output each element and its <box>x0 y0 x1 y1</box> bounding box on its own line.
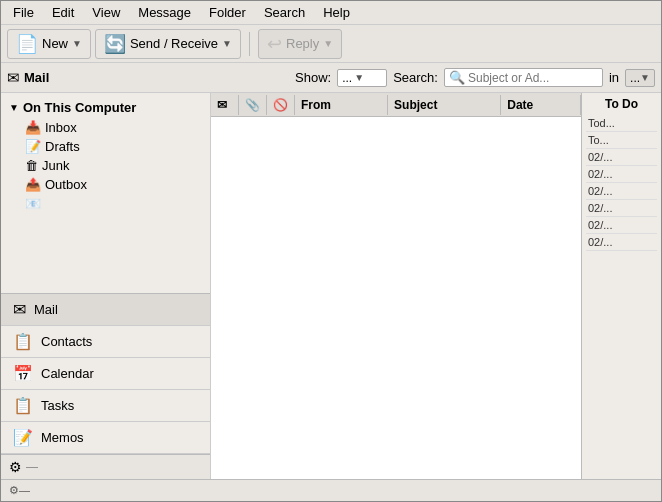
tree-item-outbox[interactable]: 📤 Outbox <box>1 175 210 194</box>
th-date[interactable]: Date <box>501 95 581 115</box>
nav-tasks-label: Tasks <box>41 398 74 413</box>
outbox-icon: 📤 <box>25 177 41 192</box>
send-receive-label: Send / Receive <box>130 36 218 51</box>
th-subject[interactable]: Subject <box>388 95 501 115</box>
sent-icon: 📧 <box>25 196 41 211</box>
reply-icon: ↩ <box>267 33 282 55</box>
statusbar-icon: ⚙— <box>9 484 30 497</box>
nav-contacts[interactable]: 📋 Contacts <box>1 326 210 358</box>
show-value: ... <box>342 71 352 85</box>
sidebar: ▼ On This Computer 📥 Inbox 📝 Drafts 🗑 Ju… <box>1 93 211 479</box>
mail-icon-toolbar: ✉ <box>7 69 20 87</box>
show-label: Show: <box>295 70 331 85</box>
nav-memos-icon: 📝 <box>13 428 33 447</box>
th-attach: 📎 <box>239 95 267 115</box>
todo-item-2[interactable]: 02/... <box>586 149 657 166</box>
tree-item-outbox-label: Outbox <box>45 177 87 192</box>
show-dropdown-arrow: ▼ <box>354 72 364 83</box>
tree-item-sent[interactable]: 📧 <box>1 194 210 213</box>
reply-button: ↩ Reply ▼ <box>258 29 342 59</box>
nav-calendar-label: Calendar <box>41 366 94 381</box>
content-area: ✉ 📎 🚫 From Subject Date <box>211 93 581 479</box>
new-button[interactable]: 📄 New ▼ <box>7 29 91 59</box>
junk-icon: 🗑 <box>25 158 38 173</box>
tree-expand-arrow: ▼ <box>9 102 19 113</box>
menu-view[interactable]: View <box>84 3 128 22</box>
menu-message[interactable]: Message <box>130 3 199 22</box>
new-dropdown-arrow[interactable]: ▼ <box>72 38 82 49</box>
main-area: ▼ On This Computer 📥 Inbox 📝 Drafts 🗑 Ju… <box>1 93 661 479</box>
tree-item-inbox[interactable]: 📥 Inbox <box>1 118 210 137</box>
inbox-icon: 📥 <box>25 120 41 135</box>
menubar: File Edit View Message Folder Search Hel… <box>1 1 661 25</box>
todo-header: To Do <box>586 97 657 111</box>
in-dropdown-arrow: ▼ <box>640 72 650 83</box>
tree-header-label: On This Computer <box>23 100 136 115</box>
send-receive-dropdown-arrow[interactable]: ▼ <box>222 38 232 49</box>
nav-contacts-icon: 📋 <box>13 332 33 351</box>
sidebar-footer: ⚙ — <box>1 454 210 479</box>
send-receive-icon: 🔄 <box>104 33 126 55</box>
th-icon: ✉ <box>211 95 239 115</box>
in-select[interactable]: ... ▼ <box>625 69 655 87</box>
main-window: File Edit View Message Folder Search Hel… <box>0 0 662 502</box>
todo-item-3[interactable]: 02/... <box>586 166 657 183</box>
th-from[interactable]: From <box>295 95 388 115</box>
send-receive-button[interactable]: 🔄 Send / Receive ▼ <box>95 29 241 59</box>
tree-item-inbox-label: Inbox <box>45 120 77 135</box>
toolbar: 📄 New ▼ 🔄 Send / Receive ▼ ↩ Reply ▼ <box>1 25 661 63</box>
sidebar-tree: ▼ On This Computer 📥 Inbox 📝 Drafts 🗑 Ju… <box>1 93 210 293</box>
show-select[interactable]: ... ▼ <box>337 69 387 87</box>
new-label: New <box>42 36 68 51</box>
todo-item-5[interactable]: 02/... <box>586 200 657 217</box>
tree-item-junk-label: Junk <box>42 158 69 173</box>
search-icon: 🔍 <box>449 70 465 85</box>
search-box: 🔍 <box>444 68 603 87</box>
todo-item-7[interactable]: 02/... <box>586 234 657 251</box>
table-header: ✉ 📎 🚫 From Subject Date <box>211 93 581 117</box>
sidebar-config-icon[interactable]: ⚙ <box>9 459 22 475</box>
todo-item-6[interactable]: 02/... <box>586 217 657 234</box>
reply-dropdown-arrow: ▼ <box>323 38 333 49</box>
nav-memos-label: Memos <box>41 430 84 445</box>
nav-tasks-icon: 📋 <box>13 396 33 415</box>
todo-panel: To Do Tod... To... 02/... 02/... 02/... … <box>581 93 661 479</box>
drafts-icon: 📝 <box>25 139 41 154</box>
menu-help[interactable]: Help <box>315 3 358 22</box>
sidebar-nav: ✉ Mail 📋 Contacts 📅 Calendar 📋 Tasks 📝 <box>1 293 210 454</box>
flag-header-icon: 🚫 <box>273 98 288 112</box>
toolbar-separator <box>249 32 250 56</box>
todo-item-0[interactable]: Tod... <box>586 115 657 132</box>
nav-tasks[interactable]: 📋 Tasks <box>1 390 210 422</box>
menu-search[interactable]: Search <box>256 3 313 22</box>
menu-file[interactable]: File <box>5 3 42 22</box>
table-body <box>211 117 581 479</box>
nav-calendar-icon: 📅 <box>13 364 33 383</box>
menu-edit[interactable]: Edit <box>44 3 82 22</box>
nav-calendar[interactable]: 📅 Calendar <box>1 358 210 390</box>
tree-item-drafts[interactable]: 📝 Drafts <box>1 137 210 156</box>
toolbar2: ✉ Mail Show: ... ▼ Search: 🔍 in ... ▼ <box>1 63 661 93</box>
nav-mail[interactable]: ✉ Mail <box>1 294 210 326</box>
mail-label: Mail <box>24 70 49 85</box>
in-value: ... <box>630 71 640 85</box>
tree-item-junk[interactable]: 🗑 Junk <box>1 156 210 175</box>
statusbar: ⚙— <box>1 479 661 501</box>
menu-folder[interactable]: Folder <box>201 3 254 22</box>
th-flag: 🚫 <box>267 95 295 115</box>
todo-item-1[interactable]: To... <box>586 132 657 149</box>
sidebar-config-dash: — <box>26 460 38 474</box>
nav-memos[interactable]: 📝 Memos <box>1 422 210 454</box>
in-label: in <box>609 70 619 85</box>
envelope-header-icon: ✉ <box>217 98 227 112</box>
search-label: Search: <box>393 70 438 85</box>
new-icon: 📄 <box>16 33 38 55</box>
paperclip-header-icon: 📎 <box>245 98 260 112</box>
tree-item-drafts-label: Drafts <box>45 139 80 154</box>
search-input[interactable] <box>468 71 598 85</box>
reply-label: Reply <box>286 36 319 51</box>
todo-item-4[interactable]: 02/... <box>586 183 657 200</box>
nav-contacts-label: Contacts <box>41 334 92 349</box>
tree-header-on-this-computer[interactable]: ▼ On This Computer <box>1 97 210 118</box>
nav-mail-label: Mail <box>34 302 58 317</box>
